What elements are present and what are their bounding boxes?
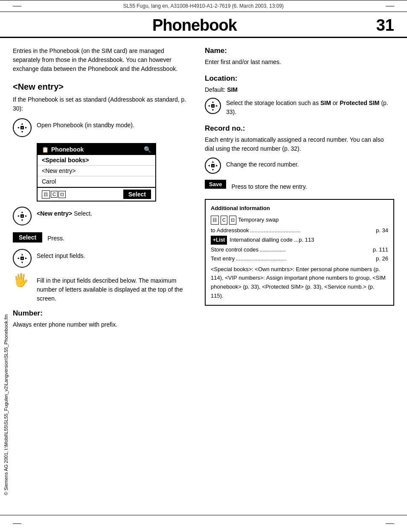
phonebook-menu-wrapper: 📋 Phonebook 🔍 <Special books> <New entry…: [37, 143, 192, 202]
menu-select-button[interactable]: Select: [123, 190, 151, 199]
text-entry-page: p. 26: [376, 254, 388, 263]
record-step-text: Change the record number.: [226, 158, 299, 169]
store-page: p. 111: [373, 246, 388, 254]
phonebook-menu: 📋 Phonebook 🔍 <Special books> <New entry…: [37, 143, 156, 202]
menu-header-left: 📋 Phonebook: [42, 146, 84, 153]
addressbook-page: p. 34: [376, 225, 388, 235]
record-section: Record no.: Each entry is automatically …: [205, 124, 394, 191]
center-btn-loc: ⊞: [211, 104, 215, 108]
step-1-text: Open Phonebook (in standby mode).: [37, 118, 134, 130]
arrow-down-1: ▼: [21, 130, 24, 133]
location-default-value: SIM: [227, 86, 238, 93]
location-step-text: Select the storage location such as SIM …: [226, 98, 394, 117]
location-section: Location: Default: SIM ▲ ◄ ⊞ ►: [205, 74, 394, 117]
location-step-row: ▲ ◄ ⊞ ► ▼ Select the storage location su…: [205, 98, 394, 117]
menu-header: 📋 Phonebook 🔍: [38, 144, 155, 155]
page-title: Phonebook: [152, 16, 237, 35]
plus-list-button: +List: [211, 236, 227, 245]
step-3-text: Press.: [47, 231, 64, 243]
center-btn-2: ⊞: [20, 214, 24, 218]
record-heading: Record no.:: [205, 124, 394, 133]
menu-item-special: <Special books>: [38, 155, 155, 166]
location-protected-label: Protected SIM: [340, 99, 379, 106]
save-step-row: Save Press to store the new entry.: [205, 180, 394, 191]
intl-dialling-text: International dialling code ...p. 113: [230, 236, 314, 245]
nav-icon-record: ▲ ◄ ⊞ ► ▼: [205, 158, 221, 174]
arrow-left-1: ◄: [17, 126, 20, 129]
arrow-right-record: ►: [215, 164, 218, 167]
menu-header-icon: 📋: [42, 146, 49, 153]
arrow-down-2: ▼: [21, 219, 24, 222]
menu-header-title: Phonebook: [51, 146, 84, 153]
to-addressbook-label: to Addressbook: [211, 225, 249, 235]
hand-icon: 🖐: [13, 274, 32, 286]
store-dots: .................: [259, 246, 372, 254]
name-text: Enter first and/or last names.: [205, 58, 394, 67]
ai-row-store: Store control codes ................. p.…: [211, 246, 388, 254]
swap-icon2: C: [221, 216, 227, 225]
step-1-row: ▲ ◄ ⊞ ► ▼ Open Phonebook (in standby mod…: [13, 118, 192, 137]
intro-text: Entries in the Phonebook (on the SIM car…: [13, 47, 192, 73]
new-entry-section: <New entry> If the Phonebook is set as s…: [13, 82, 192, 303]
select-button[interactable]: Select: [13, 232, 42, 243]
arrow-left-loc: ◄: [207, 104, 210, 107]
name-section: Name: Enter first and/or last names.: [205, 47, 394, 67]
arrow-up-record: ▲: [212, 160, 215, 163]
footer-icon-box3: ⊡: [58, 191, 66, 198]
arrow-up-2: ▲: [21, 210, 24, 213]
record-step-row: ▲ ◄ ⊞ ► ▼ Change the record number.: [205, 158, 394, 174]
center-btn-3: ⊞: [20, 257, 24, 260]
arrow-right-1: ►: [25, 126, 28, 129]
temp-swap-text: Temporary swap: [238, 216, 279, 225]
addressbook-dots: .................................: [250, 225, 375, 235]
location-sim-label: SIM: [320, 99, 331, 106]
header-bar: SL55 Fugu, lang en, A31008-H4910-A1-2-76…: [0, 0, 407, 12]
menu-footer-icons: 目 C ⊡: [42, 190, 66, 199]
menu-footer: 目 C ⊡ Select: [38, 187, 155, 201]
footer-right-line: [386, 523, 394, 524]
arrow-left-record: ◄: [207, 164, 210, 167]
nav-icon-2: ▲ ◄ ⊞ ► ▼: [13, 207, 32, 225]
nav-icon-inner-1: ▲ ◄ ⊞ ► ▼: [16, 122, 28, 134]
store-control-label: Store control codes: [211, 246, 259, 254]
name-heading: Name:: [205, 47, 394, 55]
footer-icon-box2: C: [51, 191, 58, 198]
nav-icon-location: ▲ ◄ ⊞ ► ▼: [205, 98, 221, 114]
page-number: 31: [376, 16, 394, 35]
arrow-right-3: ►: [25, 257, 28, 260]
page: SL55 Fugu, lang en, A31008-H4910-A1-2-76…: [0, 0, 407, 532]
header-right-line: [386, 6, 394, 6]
location-heading: Location:: [205, 74, 394, 83]
nav-icon-inner-loc: ▲ ◄ ⊞ ► ▼: [207, 100, 219, 112]
arrow-right-loc: ►: [215, 104, 218, 107]
number-section: Number: Always enter phone number with p…: [13, 309, 192, 329]
title-row: Phonebook 31: [0, 12, 407, 38]
arrow-down-record: ▼: [212, 168, 215, 171]
nav-icon-1: ▲ ◄ ⊞ ► ▼: [13, 118, 32, 137]
step-2-row: ▲ ◄ ⊞ ► ▼ <New entry> Select.: [13, 207, 192, 225]
center-btn-1: ⊞: [20, 126, 24, 129]
copyright-text: © Siemens AG 2001, I:\Mobil\L55\SL55_Fug…: [3, 324, 9, 495]
additional-info-title: Additional information: [211, 204, 388, 213]
swap-icon1: 目: [211, 216, 219, 225]
nav-icon-inner-record: ▲ ◄ ⊞ ► ▼: [207, 160, 219, 172]
ai-row-swap: 目 C ⊡ Temporary swap: [211, 216, 388, 225]
new-entry-description: If the Phonebook is set as standard (Add…: [13, 95, 192, 113]
step-4-row: ▲ ◄ ⊞ ► ▼ Select input fields.: [13, 249, 192, 268]
special-books-text: <Special books>: <Own numbrs>: Enter per…: [211, 265, 388, 301]
save-button[interactable]: Save: [205, 180, 226, 189]
right-column: Name: Enter first and/or last names. Loc…: [205, 47, 394, 337]
text-entry-dots: .................................: [235, 254, 375, 263]
arrow-up-3: ▲: [21, 253, 24, 256]
menu-item-carol: Carol: [38, 176, 155, 187]
record-text: Each entry is automatically assigned a r…: [205, 135, 394, 153]
number-text: Always enter phone number with prefix.: [13, 320, 192, 329]
text-entry-label: Text entry: [211, 254, 235, 263]
arrow-right-2: ►: [25, 214, 28, 217]
arrow-down-loc: ▼: [212, 108, 215, 111]
new-entry-heading: <New entry>: [13, 82, 192, 92]
ai-leaders: to Addressbook .........................…: [211, 225, 388, 235]
additional-info-box: Additional information 目 C ⊡ Temporary s…: [205, 199, 394, 306]
content-area: Entries in the Phonebook (on the SIM car…: [0, 38, 407, 345]
arrow-left-2: ◄: [17, 214, 20, 217]
